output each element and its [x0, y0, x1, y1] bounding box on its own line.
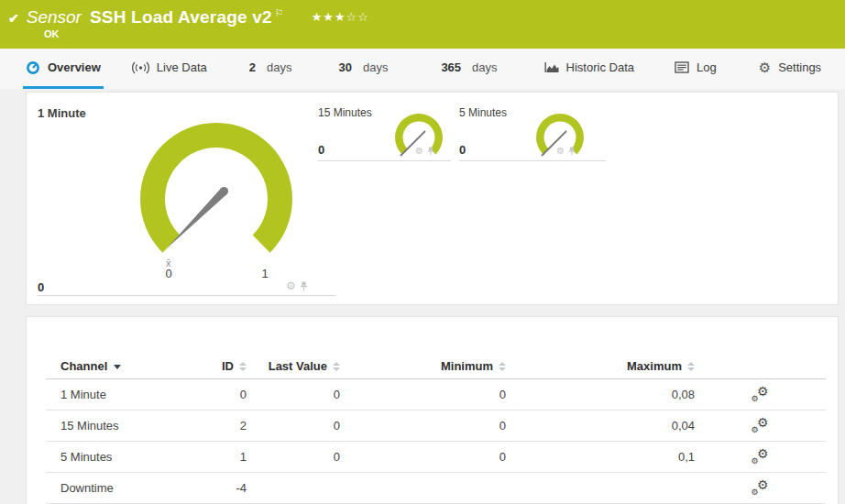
tab-2-days[interactable]: 2 days [247, 49, 295, 89]
gear-icon: ⚙ [757, 446, 769, 461]
tab-overview[interactable]: Overview [23, 49, 104, 89]
stars-empty: ☆☆ [346, 10, 369, 24]
cell-id: -4 [174, 472, 247, 503]
cell-last-value: 0 [247, 378, 340, 410]
cell-minimum: 0 [340, 410, 506, 441]
gauge-15min-title: 15 Minutes [318, 106, 372, 119]
sort-toggle-icon [333, 362, 340, 371]
gauge-1min-pin-icon[interactable] [300, 281, 308, 291]
cell-channel[interactable]: 15 Minutes [46, 410, 174, 441]
sort-toggle-icon [687, 362, 695, 371]
sort-toggle-icon [499, 362, 506, 371]
tab-2-days-label: days [267, 60, 291, 74]
tab-settings-label: Settings [778, 60, 821, 74]
status-check-icon: ✔ [8, 11, 19, 26]
column-header-minimum-label: Minimum [441, 359, 493, 373]
gauge-5min-divider [459, 160, 606, 161]
channel-settings-icon[interactable]: ⚙⚙ [752, 417, 769, 432]
cell-minimum [340, 472, 506, 503]
cell-id: 1 [174, 441, 247, 472]
gauge-5min-settings-icon[interactable]: ⚙ [556, 146, 565, 156]
gauge-15min-pin-icon[interactable] [427, 147, 434, 156]
gauge-1min-title: 1 Minute [38, 106, 86, 120]
cell-id: 2 [174, 410, 247, 441]
gauge-needle [167, 187, 228, 248]
tab-365-days-number: 365 [441, 60, 461, 74]
table-row: Downtime -4 ⚙⚙ [46, 472, 826, 503]
tab-bar: Overview Live Data 2 days 30 days 365 da… [0, 49, 845, 89]
gauge-1min-divider [38, 295, 335, 296]
gauge-1min-dial[interactable] [134, 116, 299, 254]
sort-desc-icon [114, 365, 121, 369]
column-header-id-label: ID [222, 359, 234, 373]
flag-icon[interactable]: ⚐ [275, 7, 284, 19]
log-list-icon [675, 61, 689, 73]
tab-settings[interactable]: ⚙ Settings [756, 49, 824, 89]
column-header-last-value-label: Last Value [269, 359, 327, 373]
priority-stars[interactable]: ★★★☆☆ [312, 10, 369, 24]
area-chart-icon [544, 61, 559, 73]
table-row: 15 Minutes 2 0 0 0,04 ⚙⚙ [46, 410, 826, 441]
gauge-15min-value: 0 [318, 143, 324, 157]
tab-historic-data[interactable]: Historic Data [542, 49, 637, 89]
cell-channel[interactable]: Downtime [46, 472, 174, 503]
channel-settings-icon[interactable]: ⚙⚙ [752, 386, 769, 400]
column-header-channel[interactable]: Channel [46, 354, 174, 378]
channels-table: Channel ID Last Value Minimum Maximum 1 … [46, 354, 826, 504]
table-row: 5 Minutes 1 0 0 0,1 ⚙⚙ [46, 441, 826, 472]
tab-2-days-number: 2 [249, 60, 256, 74]
tab-30-days-label: days [363, 60, 388, 74]
sensor-kind-label: Sensor [27, 7, 82, 27]
channel-settings-icon[interactable]: ⚙⚙ [752, 448, 769, 463]
gauge-5min-dial[interactable] [531, 108, 589, 167]
tab-365-days[interactable]: 365 days [438, 49, 499, 89]
cell-maximum [506, 472, 695, 503]
column-header-last-value[interactable]: Last Value [247, 354, 340, 378]
sensor-page: ✔ Sensor SSH Load Average v2 ⚐ ★★★☆☆ OK … [0, 0, 845, 504]
tab-30-days[interactable]: 30 days [335, 49, 390, 89]
sort-toggle-icon [239, 362, 247, 371]
gear-icon: ⚙ [757, 415, 769, 430]
channels-card: Channel ID Last Value Minimum Maximum 1 … [26, 316, 839, 504]
cell-channel[interactable]: 1 Minute [46, 378, 174, 410]
tab-live-data[interactable]: Live Data [129, 49, 210, 89]
cell-maximum: 0,08 [506, 378, 695, 410]
gear-icon: ⚙ [752, 456, 759, 466]
gear-icon: ⚙ [752, 425, 759, 434]
tab-log[interactable]: Log [672, 49, 719, 89]
column-header-minimum[interactable]: Minimum [340, 354, 506, 378]
table-header-row: Channel ID Last Value Minimum Maximum [46, 354, 826, 378]
tab-overview-label: Overview [48, 60, 101, 74]
gauge-1min-tick-min: 0 [159, 267, 179, 280]
column-header-settings [695, 354, 826, 378]
column-header-maximum-label: Maximum [627, 359, 682, 373]
live-broadcast-icon [132, 61, 149, 74]
gauge-5min-pin-icon[interactable] [568, 147, 576, 156]
status-badge: OK [44, 28, 60, 39]
gauge-15min-settings-icon[interactable]: ⚙ [415, 146, 423, 156]
gear-icon: ⚙ [752, 488, 759, 497]
cell-channel[interactable]: 5 Minutes [46, 441, 174, 472]
gauge-1min-settings-icon[interactable]: ⚙ [286, 279, 296, 292]
column-header-id[interactable]: ID [174, 354, 247, 378]
page-title: SSH Load Average v2 [90, 7, 272, 27]
gauges-card: 1 Minute x̄ 0 1 0 ⚙ 15 Minutes 0 [26, 92, 839, 305]
gear-icon: ⚙ [757, 384, 769, 399]
cell-maximum: 0,04 [506, 410, 695, 441]
gauge-15min-dial[interactable] [390, 108, 448, 167]
gear-icon: ⚙ [759, 60, 771, 76]
sensor-header: ✔ Sensor SSH Load Average v2 ⚐ ★★★☆☆ OK [0, 0, 845, 49]
gear-icon: ⚙ [757, 477, 769, 492]
cell-minimum: 0 [340, 378, 506, 410]
gauge-5min-title: 5 Minutes [459, 106, 507, 119]
gauge-1min-tick-max: 1 [255, 267, 275, 280]
gauge-1min-value: 0 [38, 280, 44, 294]
tab-30-days-number: 30 [338, 60, 351, 74]
cell-last-value: 0 [247, 410, 340, 441]
column-header-maximum[interactable]: Maximum [506, 354, 695, 378]
cell-last-value [247, 472, 340, 503]
gauge-icon [26, 60, 40, 75]
channel-settings-icon[interactable]: ⚙⚙ [752, 479, 769, 494]
stars-filled: ★★★ [312, 10, 346, 24]
table-row: 1 Minute 0 0 0 0,08 ⚙⚙ [46, 378, 826, 410]
